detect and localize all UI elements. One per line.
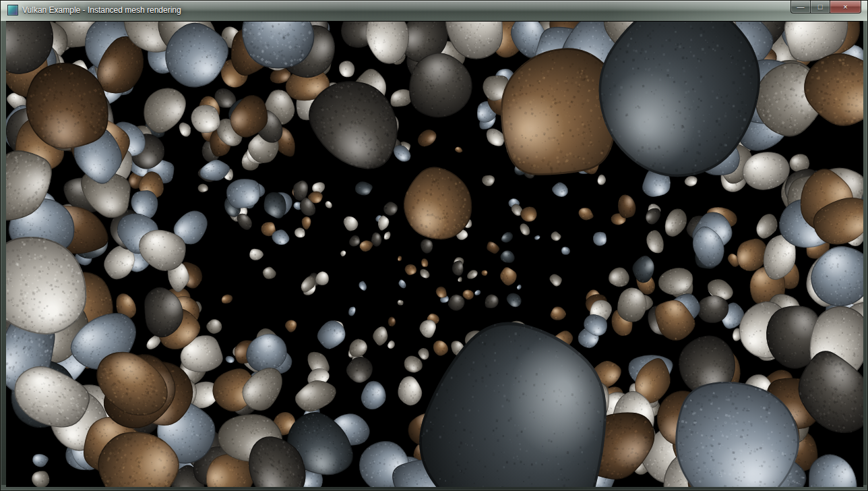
minimize-button[interactable]: — <box>790 1 810 13</box>
maximize-button[interactable]: □ <box>810 1 830 13</box>
application-window: Vulkan Example - Instanced mesh renderin… <box>0 0 868 491</box>
window-title: Vulkan Example - Instanced mesh renderin… <box>22 5 181 16</box>
minimize-icon: — <box>797 3 805 11</box>
render-viewport[interactable] <box>6 22 863 487</box>
close-button[interactable]: × <box>830 1 861 13</box>
window-controls: — □ × <box>790 1 861 13</box>
titlebar[interactable]: Vulkan Example - Instanced mesh renderin… <box>1 1 867 21</box>
title-group: Vulkan Example - Instanced mesh renderin… <box>7 5 181 16</box>
app-icon[interactable] <box>7 5 18 16</box>
render-viewport-container <box>6 21 863 486</box>
window-frame-left <box>1 21 6 490</box>
maximize-icon: □ <box>818 3 823 11</box>
close-icon: × <box>843 3 847 11</box>
